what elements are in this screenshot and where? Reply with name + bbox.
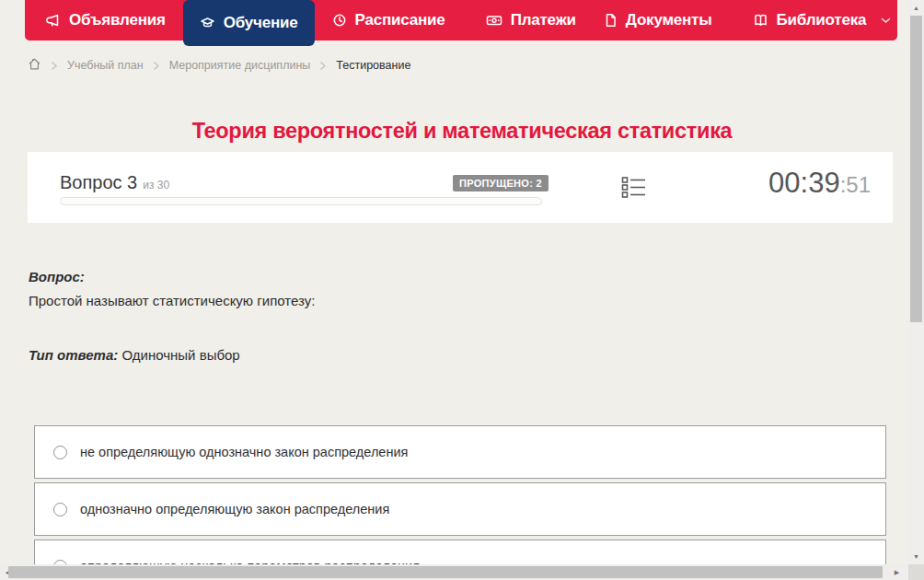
- chevron-down-icon: [881, 17, 891, 24]
- banknote-icon: [486, 13, 502, 28]
- question-counter: Вопрос 3из 30: [60, 172, 169, 193]
- breadcrumb-study-plan[interactable]: Учебный план: [67, 59, 144, 72]
- horizontal-scrollbar[interactable]: ◀ ▶: [0, 564, 908, 580]
- scroll-up-arrow-icon[interactable]: ▲: [908, 1, 924, 15]
- answer-type-label: Тип ответа:: [29, 347, 118, 363]
- clock-icon: [332, 13, 347, 28]
- nav-tab-label: Обучение: [224, 14, 298, 32]
- megaphone-icon: [46, 13, 61, 28]
- answer-type-row: Тип ответа: Одиночный выбор: [29, 347, 884, 363]
- answer-option-label: не определяющую однозначно закон распред…: [80, 445, 408, 459]
- question-list-icon[interactable]: [621, 176, 646, 203]
- quiz-timer: 00:39:51: [768, 167, 871, 200]
- nav-tab-label: Платежи: [511, 11, 576, 29]
- book-icon: [753, 13, 768, 28]
- nav-tab-label: Объявления: [69, 11, 166, 29]
- graduation-cap-icon: [200, 16, 215, 30]
- chevron-right-icon: [153, 61, 160, 71]
- screen: Объявления Обучение Расписание: [0, 0, 924, 580]
- timer-seconds: :51: [840, 172, 871, 197]
- horizontal-scrollbar-thumb[interactable]: [8, 566, 883, 578]
- breadcrumb-testing: Тестирование: [336, 59, 410, 72]
- nav-tab-label: Библиотека: [777, 11, 867, 29]
- timer-hours-minutes: 00:39: [768, 167, 840, 199]
- nav-tab-learning[interactable]: Обучение: [183, 0, 315, 46]
- chevron-right-icon: [319, 61, 327, 71]
- answer-option-1[interactable]: не определяющую однозначно закон распред…: [34, 425, 886, 479]
- nav-tab-payments[interactable]: Платежи: [472, 0, 590, 41]
- nav-tab-label: Документы: [626, 11, 712, 29]
- vertical-scrollbar[interactable]: ▲ ▼: [908, 0, 924, 564]
- scroll-down-arrow-icon[interactable]: ▼: [908, 550, 924, 563]
- quiz-header-panel: Вопрос 3из 30 ПРОПУЩЕНО: 2 00:39:51: [28, 152, 893, 223]
- question-block: Вопрос: Простой называют статистическую …: [29, 269, 884, 363]
- skipped-badge: ПРОПУЩЕНО: 2: [453, 175, 549, 191]
- nav-tab-documents[interactable]: Документы: [590, 0, 726, 41]
- question-prompt-label: Вопрос:: [29, 269, 884, 284]
- main-navbar: Объявления Обучение Расписание: [25, 0, 897, 41]
- scrollbar-corner: [908, 564, 924, 580]
- scroll-right-arrow-icon[interactable]: ▶: [889, 565, 905, 579]
- answer-option-2[interactable]: однозначно определяющую закон распределе…: [34, 482, 886, 536]
- nav-tab-label: Расписание: [355, 11, 445, 29]
- quiz-progress-bar: [60, 197, 542, 205]
- nav-tab-schedule[interactable]: Расписание: [318, 0, 459, 41]
- question-text: Простой называют статистическую гипотезу…: [29, 293, 884, 308]
- document-icon: [604, 13, 618, 28]
- nav-tab-announcements[interactable]: Объявления: [32, 0, 179, 41]
- breadcrumb: Учебный план Мероприятие дисциплины Тест…: [28, 57, 410, 74]
- page-title: Теория вероятностей и математическая ста…: [0, 119, 924, 144]
- nav-tab-library[interactable]: Библиотека: [739, 0, 906, 41]
- answer-option-label: однозначно определяющую закон распределе…: [80, 502, 389, 516]
- question-number: Вопрос 3: [60, 172, 137, 192]
- answer-options: не определяющую однозначно закон распред…: [34, 425, 886, 580]
- breadcrumb-discipline-event[interactable]: Мероприятие дисциплины: [169, 59, 311, 72]
- home-icon[interactable]: [28, 57, 41, 74]
- radio-button[interactable]: [53, 446, 67, 459]
- radio-button[interactable]: [53, 503, 67, 516]
- answer-type-value: Одиночный выбор: [121, 347, 239, 363]
- vertical-scrollbar-thumb[interactable]: [910, 16, 922, 322]
- chevron-right-icon: [51, 61, 58, 71]
- question-total: из 30: [143, 179, 169, 191]
